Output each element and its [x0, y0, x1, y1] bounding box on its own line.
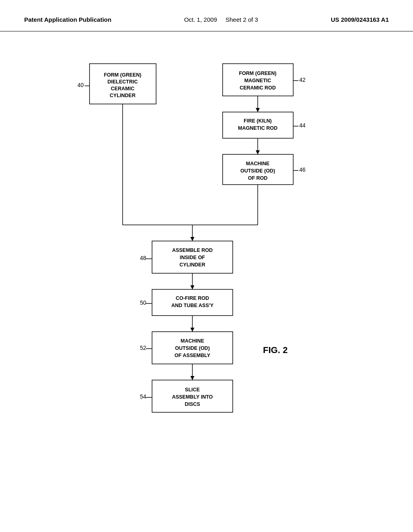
svg-text:50: 50: [140, 299, 146, 306]
header-patent-number: US 2009/0243163 A1: [331, 16, 389, 23]
svg-text:INSIDE OF: INSIDE OF: [180, 255, 205, 260]
svg-text:DIELECTRIC: DIELECTRIC: [108, 79, 138, 85]
header: Patent Application Publication Oct. 1, 2…: [0, 0, 413, 31]
svg-marker-48: [190, 328, 194, 332]
svg-text:DISCS: DISCS: [185, 401, 200, 407]
header-center: Oct. 1, 2009 Sheet 2 of 3: [184, 16, 258, 23]
svg-text:OF ASSEMBLY: OF ASSEMBLY: [175, 353, 211, 358]
header-publication-label: Patent Application Publication: [24, 16, 111, 23]
svg-text:FORM (GREEN): FORM (GREEN): [239, 71, 276, 76]
svg-text:SLICE: SLICE: [185, 387, 200, 393]
svg-marker-21: [256, 150, 260, 154]
svg-text:OF ROD: OF ROD: [248, 175, 268, 181]
header-sheet: Sheet 2 of 3: [225, 16, 258, 23]
svg-text:AND TUBE ASS'Y: AND TUBE ASS'Y: [171, 303, 214, 308]
svg-text:CERAMIC ROD: CERAMIC ROD: [240, 85, 276, 91]
svg-marker-33: [190, 237, 194, 241]
svg-text:OUTSIDE (OD): OUTSIDE (OD): [240, 168, 275, 174]
svg-text:MAGNETIC ROD: MAGNETIC ROD: [238, 125, 277, 131]
svg-text:CYLINDER: CYLINDER: [179, 262, 205, 268]
svg-text:OUTSIDE (OD): OUTSIDE (OD): [175, 345, 210, 351]
svg-text:ASSEMBLE ROD: ASSEMBLE ROD: [172, 247, 213, 253]
diagram-area: FORM (GREEN) DIELECTRIC CERAMIC CYLINDER…: [0, 31, 413, 459]
svg-text:FIG. 2: FIG. 2: [263, 345, 288, 355]
svg-text:40: 40: [77, 82, 84, 88]
svg-marker-14: [256, 108, 260, 112]
svg-text:48: 48: [140, 255, 146, 261]
svg-text:54: 54: [140, 393, 146, 400]
svg-text:52: 52: [140, 345, 146, 351]
flow-svg: FORM (GREEN) DIELECTRIC CERAMIC CYLINDER…: [65, 48, 348, 443]
flow-diagram: FORM (GREEN) DIELECTRIC CERAMIC CYLINDER…: [65, 48, 348, 443]
header-date: Oct. 1, 2009: [184, 16, 217, 23]
svg-text:CERAMIC: CERAMIC: [111, 86, 134, 91]
svg-marker-57: [190, 376, 194, 380]
page: Patent Application Publication Oct. 1, 2…: [0, 0, 413, 532]
svg-text:CYLINDER: CYLINDER: [110, 93, 136, 98]
svg-text:MAGNETIC: MAGNETIC: [244, 78, 271, 83]
svg-text:42: 42: [299, 77, 306, 83]
svg-text:44: 44: [299, 122, 306, 129]
svg-text:FORM (GREEN): FORM (GREEN): [104, 72, 141, 78]
svg-text:FIRE (KILN): FIRE (KILN): [244, 118, 271, 124]
svg-text:CO-FIRE ROD: CO-FIRE ROD: [176, 295, 209, 301]
svg-text:46: 46: [299, 166, 306, 173]
svg-text:MACHINE: MACHINE: [246, 161, 269, 166]
svg-text:MACHINE: MACHINE: [181, 338, 204, 344]
svg-marker-41: [190, 285, 194, 289]
svg-text:ASSEMBLY INTO: ASSEMBLY INTO: [172, 394, 213, 400]
